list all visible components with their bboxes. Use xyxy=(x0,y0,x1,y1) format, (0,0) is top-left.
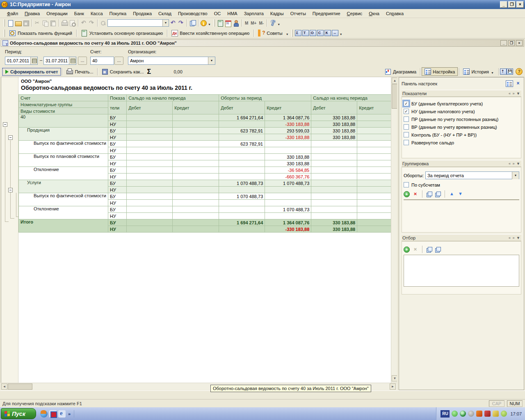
check-all-icon[interactable] xyxy=(426,247,432,253)
firefox-icon[interactable] xyxy=(40,410,48,418)
paste-icon[interactable] xyxy=(50,20,57,27)
maximize-button[interactable]: ❐ xyxy=(508,1,516,8)
move-down-icon[interactable]: ▼ xyxy=(457,191,463,197)
toolbar-grip[interactable] xyxy=(4,19,5,27)
generate-report-button[interactable]: Сформировать отчет xyxy=(2,68,61,75)
menu-Кадры[interactable]: Кадры xyxy=(267,10,287,17)
account-choose-button[interactable]: ... xyxy=(114,57,123,65)
report-row[interactable]: Выпуск по фактической стоимостиБУ1 070 4… xyxy=(19,193,393,200)
floppy-app-icon[interactable] xyxy=(49,410,57,418)
start-button[interactable]: Пуск xyxy=(1,408,36,419)
find-prev-icon[interactable] xyxy=(170,20,177,27)
minimize-button[interactable]: _ xyxy=(500,1,507,8)
cut-icon[interactable] xyxy=(34,20,41,27)
menu-Производство[interactable]: Производство xyxy=(175,10,210,17)
save-icon[interactable] xyxy=(23,20,30,27)
period-choose-button[interactable]: ... xyxy=(78,57,87,65)
volume-muted-icon[interactable] xyxy=(468,411,474,417)
scroll-right-icon[interactable]: ► xyxy=(390,383,396,390)
report-row[interactable]: ИтогоБУ1 694 271,641 364 087,76330 183,8… xyxy=(19,219,393,226)
redo-icon[interactable] xyxy=(88,20,95,27)
check-all-icon[interactable] xyxy=(426,191,432,197)
scheduler-tray-icon[interactable] xyxy=(493,411,499,417)
uncheck-all-icon[interactable] xyxy=(435,247,441,253)
tips-dropdown-icon[interactable]: ▼ xyxy=(286,33,289,36)
section-controls-icon[interactable]: « » ▼ xyxy=(509,91,520,96)
copy-window-icon[interactable] xyxy=(189,20,196,27)
by-subaccounts-checkbox[interactable] xyxy=(404,182,409,187)
section-controls-icon[interactable]: « » ▼ xyxy=(509,162,520,166)
scroll-left-icon[interactable]: ◄ xyxy=(1,383,7,390)
search-icon[interactable] xyxy=(100,20,107,27)
delete-icon[interactable]: × xyxy=(412,191,418,197)
menu-Справка[interactable]: Справка xyxy=(383,10,406,17)
menu-ОС[interactable]: ОС xyxy=(211,10,224,17)
period-to-calendar-icon[interactable] xyxy=(69,57,76,64)
indicator-checkbox[interactable]: ✓ xyxy=(404,109,409,114)
load-settings-icon[interactable] xyxy=(500,68,507,75)
app-tray-icon[interactable] xyxy=(484,411,491,417)
save-as-button[interactable]: Сохранить как... xyxy=(99,67,146,76)
menu-Сервис[interactable]: Сервис xyxy=(344,10,365,17)
account-analysis-icon[interactable] xyxy=(310,30,316,36)
uncheck-all-icon[interactable] xyxy=(435,191,441,197)
new-document-icon[interactable] xyxy=(7,20,14,27)
menu-Продажа[interactable]: Продажа xyxy=(130,10,155,17)
add-icon[interactable]: + xyxy=(404,247,410,253)
menu-Правка[interactable]: Правка xyxy=(22,10,43,17)
user-icon[interactable] xyxy=(233,20,240,27)
delete-icon[interactable]: × xyxy=(412,247,418,253)
report-row[interactable]: ОтклонениеБУ1 070 488,73 xyxy=(19,206,393,213)
period-to-field[interactable]: 31.07.2011 xyxy=(43,57,76,65)
close-button[interactable]: × xyxy=(516,1,524,8)
scroll-down-icon[interactable]: ▼ xyxy=(392,375,397,381)
print-button[interactable]: Печать... xyxy=(64,67,96,76)
hscroll-thumb[interactable] xyxy=(8,383,32,390)
menu-Файл[interactable]: Файл xyxy=(4,10,21,17)
tree-collapse-account[interactable] xyxy=(3,122,7,127)
account-field[interactable]: 40 xyxy=(90,57,114,65)
service-settings-icon[interactable] xyxy=(269,20,276,27)
print-preview-icon[interactable] xyxy=(69,20,76,27)
report-row[interactable]: Выпуск по плановой стоимостиБУ330 183,88 xyxy=(19,154,393,160)
calendar-icon[interactable] xyxy=(225,20,232,27)
menu-Банк[interactable]: Банк xyxy=(71,10,87,17)
add-icon[interactable]: + xyxy=(404,191,410,197)
sigma-icon[interactable]: Σ xyxy=(147,68,151,75)
reports-dropdown-icon[interactable]: ▼ xyxy=(340,33,342,36)
document-report-icon[interactable] xyxy=(324,30,331,36)
copy-icon[interactable] xyxy=(42,20,49,27)
organization-dropdown-icon[interactable]: ▼ xyxy=(208,57,215,64)
info-dropdown-icon[interactable]: ▼ xyxy=(208,23,211,26)
find-next-icon[interactable] xyxy=(178,20,185,27)
account-card-icon[interactable] xyxy=(302,30,309,36)
nvidia-tray-icon[interactable] xyxy=(501,411,507,417)
turnover-select[interactable]: За период отчета ▼ xyxy=(425,171,519,179)
period-from-calendar-icon[interactable] xyxy=(30,57,37,64)
grouping-grid[interactable] xyxy=(404,199,519,200)
turnover-dropdown-icon[interactable]: ▼ xyxy=(512,172,519,179)
show-function-panel-button[interactable]: Показать панель функций xyxy=(7,29,74,37)
indicator-checkbox[interactable] xyxy=(404,140,409,145)
info-icon[interactable] xyxy=(201,20,207,26)
tree-collapse-products[interactable] xyxy=(8,135,13,140)
indicator-checkbox[interactable]: ✓ xyxy=(404,101,409,106)
menu-Операции[interactable]: Операции xyxy=(43,10,70,17)
panel-close-icon[interactable]: × xyxy=(515,80,521,87)
history-button[interactable]: История ▼ xyxy=(461,68,497,75)
calculator-icon[interactable] xyxy=(217,20,224,27)
menu-НМА[interactable]: НМА xyxy=(224,10,240,17)
indicator-checkbox[interactable] xyxy=(404,116,409,122)
report-row[interactable]: ПродукцияБУ623 782,91293 599,03330 183,8… xyxy=(19,128,393,134)
report-table[interactable]: СчетПоказаСальдо на начало периодаОборот… xyxy=(18,94,393,233)
antivirus-tray-icon[interactable] xyxy=(460,411,466,417)
quicklaunch-overflow-icon[interactable]: » xyxy=(68,411,71,416)
open-icon[interactable] xyxy=(15,20,22,27)
service-dropdown-icon[interactable]: ▼ xyxy=(277,23,280,26)
report-row[interactable]: УслугиБУ1 070 488,731 070 488,73 xyxy=(19,180,393,187)
help-button[interactable]: ? xyxy=(516,68,523,75)
settings-button[interactable]: Настройка xyxy=(422,67,458,76)
search-input[interactable]: ▼ xyxy=(107,19,169,27)
section-indicators-header[interactable]: Показатели « » ▼ xyxy=(402,90,521,97)
indicator-checkbox[interactable] xyxy=(404,124,409,130)
